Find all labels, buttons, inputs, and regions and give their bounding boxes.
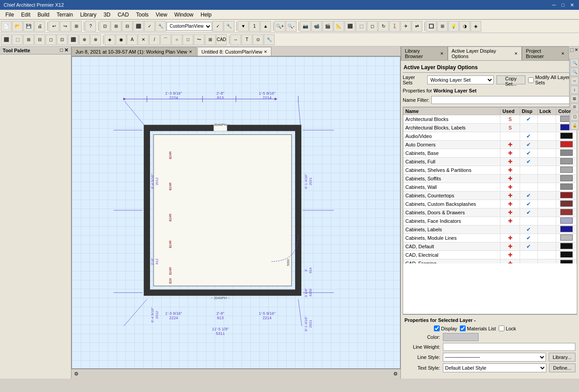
tb2-13[interactable]: ✕	[138, 34, 149, 45]
layer-color[interactable]	[556, 158, 577, 166]
copy-set-btn[interactable]: Copy Set...	[496, 75, 525, 84]
minimize-btn[interactable]: ─	[550, 1, 558, 8]
layer-color[interactable]	[556, 225, 577, 234]
library-btn[interactable]: Library...	[549, 353, 575, 362]
line-weight-input[interactable]: 18	[443, 343, 575, 351]
maximize-btn[interactable]: □	[559, 1, 567, 8]
tab-aldo-close[interactable]: ✕	[514, 51, 518, 56]
edge-btn-5[interactable]: ⊞	[571, 95, 579, 103]
layer-disp[interactable]: ✔	[520, 158, 537, 166]
text-btn[interactable]: T	[242, 34, 252, 45]
history-btn[interactable]: ⊞	[71, 21, 82, 32]
menu-edit[interactable]: Edit	[17, 11, 34, 19]
tb2-10[interactable]: ◈	[104, 34, 115, 45]
layer-lock[interactable]	[537, 166, 556, 175]
layer-lock[interactable]	[537, 115, 556, 124]
tool-palette-controls[interactable]: □ ✕	[60, 47, 68, 53]
print-btn[interactable]: 🖨	[34, 21, 45, 32]
layer-disp[interactable]	[520, 166, 537, 175]
layer-disp[interactable]: ✔	[520, 132, 537, 141]
layer-disp[interactable]: ✔	[520, 149, 537, 158]
layer-color[interactable]	[556, 166, 577, 175]
tb2-1[interactable]: ⬛	[1, 34, 12, 45]
layer-lock[interactable]	[537, 183, 556, 192]
tb2-6[interactable]: ⊡	[57, 34, 67, 45]
layer-lock[interactable]	[537, 209, 556, 217]
table-row[interactable]: Cabinets, Wall ✚	[404, 183, 577, 192]
layer-color[interactable]	[556, 242, 577, 251]
table-row[interactable]: Cabinets, Full ✚ ✔	[404, 158, 577, 166]
plan-btn[interactable]: 📐	[333, 21, 344, 32]
video-btn[interactable]: 📹	[311, 21, 322, 32]
toolbar-btn6[interactable]: 🔧	[155, 21, 166, 32]
view-combo[interactable]: CustomPlanView	[167, 22, 212, 31]
sync-btn[interactable]: ⇄	[412, 21, 422, 32]
shadow-btn[interactable]: ◑	[459, 21, 470, 32]
layer-color[interactable]	[556, 251, 577, 259]
layer-lock[interactable]	[537, 175, 556, 183]
render-btn[interactable]: 🎬	[322, 21, 333, 32]
tab-custom-plan-close[interactable]: ✕	[264, 50, 267, 54]
layer-lock[interactable]	[537, 149, 556, 158]
tab-library-close[interactable]: ✕	[440, 51, 444, 56]
name-filter-input[interactable]	[431, 96, 571, 104]
table-row[interactable]: Cabinets, Custom Backsplashes ✚ ✔	[404, 200, 577, 209]
lock-checkbox[interactable]	[499, 325, 504, 331]
tb2-7[interactable]: ⬛	[68, 34, 79, 45]
table-row[interactable]: CAD, Electrical ✚	[404, 251, 577, 259]
layer-lock[interactable]	[537, 141, 556, 149]
edge-btn-4[interactable]: ↕	[571, 86, 579, 94]
line-style-select[interactable]: ──────────	[443, 353, 546, 362]
tab-aldo[interactable]: Active Layer Display Options ✕	[448, 46, 522, 60]
layer-lock[interactable]	[537, 200, 556, 209]
text-style-select[interactable]: Default Label Style	[443, 363, 546, 372]
layer-disp[interactable]	[520, 175, 537, 183]
edge-btn-8[interactable]: 🔒	[571, 121, 579, 129]
tab-custom-plan[interactable]: Untitled 8: CustomPlanView ✕	[197, 47, 271, 56]
layer-color[interactable]	[556, 200, 577, 209]
fly-btn[interactable]: ✈	[400, 21, 411, 32]
toolbar-btn4[interactable]: ⬛	[133, 21, 144, 32]
window-controls[interactable]: ─ □ ✕	[550, 1, 575, 8]
table-row[interactable]: Cabinets, Module Lines ✚ ✔	[404, 234, 577, 242]
define-btn[interactable]: Define...	[549, 363, 575, 372]
layer-disp[interactable]: ✔	[520, 115, 537, 124]
tb2-8[interactable]: ⊕	[79, 34, 90, 45]
panel-float-btn[interactable]: ⬚	[570, 47, 574, 59]
panel-close-btn[interactable]: ✕	[575, 47, 578, 59]
dimension-btn[interactable]: ↔	[230, 34, 241, 45]
layer-lock[interactable]	[537, 132, 556, 141]
layer-lock[interactable]	[537, 217, 556, 225]
callout-btn[interactable]: ⊙	[253, 34, 263, 45]
table-row[interactable]: Architectural Blocks, Labels S	[404, 124, 577, 132]
tb2-5[interactable]: ◻	[46, 34, 56, 45]
layer-disp[interactable]	[520, 124, 537, 132]
layer-color[interactable]	[556, 209, 577, 217]
layer-color[interactable]	[556, 259, 577, 264]
table-row[interactable]: Cabinets, Doors & Drawers ✚ ✔	[404, 209, 577, 217]
view-wrench[interactable]: 🔧	[224, 21, 234, 32]
tab-working-plan-close[interactable]: ✕	[189, 50, 192, 54]
floor-num[interactable]: 1	[249, 21, 260, 32]
zoom-in[interactable]: 🔍+	[275, 21, 285, 32]
layer-lock[interactable]	[537, 251, 556, 259]
layer-disp[interactable]	[520, 217, 537, 225]
floor-up[interactable]: ▲	[260, 21, 271, 32]
table-row[interactable]: Cabinets, Labels ✔	[404, 225, 577, 234]
layer-disp[interactable]: ✔	[520, 225, 537, 234]
col-disp[interactable]: Disp	[520, 108, 537, 115]
tb2-19[interactable]: ⊞	[205, 34, 216, 45]
tb2-11[interactable]: ◉	[116, 34, 126, 45]
table-row[interactable]: Cabinets, Face Indicators ✚	[404, 217, 577, 225]
tb2-17[interactable]: □	[183, 34, 193, 45]
layer-disp[interactable]	[520, 183, 537, 192]
help-btn[interactable]: ?	[85, 21, 96, 32]
close-btn[interactable]: ✕	[568, 1, 575, 8]
layer-disp[interactable]	[520, 259, 537, 264]
layer-lock[interactable]	[537, 234, 556, 242]
tb2-18[interactable]: 〜	[194, 34, 204, 45]
tb2-12[interactable]: A	[127, 34, 137, 45]
material-btn[interactable]: 🔲	[426, 21, 437, 32]
layer-sets-select[interactable]: Working Layer Set	[427, 75, 494, 84]
3d-btn[interactable]: ⬚	[356, 21, 367, 32]
